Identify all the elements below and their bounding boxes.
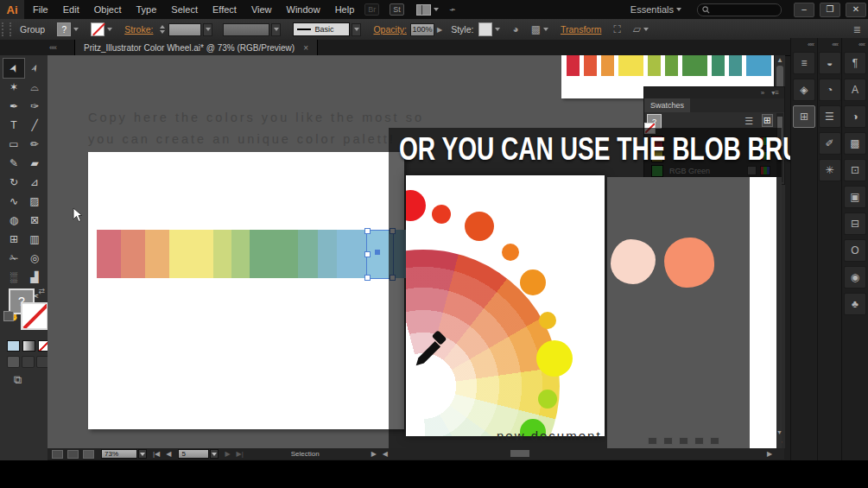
color-button[interactable]	[7, 340, 20, 352]
menu-help[interactable]: Help	[335, 4, 355, 15]
draw-normal-button[interactable]	[7, 356, 20, 368]
zoom-level-field[interactable]: 73%	[101, 449, 137, 459]
chevron-down-icon[interactable]	[271, 23, 281, 36]
mesh-tool[interactable]: ⊞	[3, 230, 24, 249]
opacity-slider-arrow[interactable]: ▶	[437, 26, 442, 34]
stroke-swatch-none[interactable]	[91, 22, 105, 36]
fill-swatch[interactable]: ?	[57, 22, 71, 36]
chevron-down-icon[interactable]	[203, 23, 212, 36]
panel-grip[interactable]	[2, 22, 11, 36]
search-input[interactable]	[697, 3, 782, 16]
select-similar-icon[interactable]: ▩	[531, 23, 541, 35]
status-icon[interactable]	[67, 450, 79, 459]
chevron-down-icon[interactable]	[543, 28, 548, 31]
brush-definition-field[interactable]: Basic	[293, 22, 350, 36]
eyedropper-tool[interactable]: ✁	[3, 249, 24, 268]
style-swatch[interactable]	[478, 22, 492, 36]
swatches-tab[interactable]: Swatches	[644, 98, 690, 112]
palette-swatch[interactable]	[746, 55, 771, 76]
variable-width-profile-field[interactable]	[223, 23, 269, 36]
strip-segment[interactable]	[318, 230, 337, 278]
paintbrush-tool[interactable]: ✏	[24, 135, 45, 154]
opacity-field[interactable]: 100%	[410, 23, 434, 36]
prev-artboard-icon[interactable]: ◀	[166, 450, 171, 458]
stroke-link[interactable]: Stroke:	[124, 24, 153, 35]
menu-object[interactable]: Object	[94, 4, 122, 15]
list-view-icon[interactable]: ☰	[744, 116, 753, 127]
stock-button[interactable]: St	[390, 3, 404, 16]
selection-handle[interactable]	[364, 251, 371, 257]
strip-segment[interactable]	[231, 230, 250, 278]
brush-pen-tool[interactable]: ✑	[24, 97, 45, 116]
palette-swatch[interactable]	[618, 55, 643, 76]
scale-tool[interactable]: ⊿	[24, 173, 45, 192]
arrange-panel-button[interactable]: ⊟	[844, 212, 866, 235]
palette-swatch[interactable]	[729, 55, 742, 76]
perspective-grid-tool[interactable]: ⊠	[24, 211, 45, 230]
last-artboard-icon[interactable]: ▶|	[237, 450, 244, 458]
line-segment-tool[interactable]: ╱	[24, 116, 45, 135]
export-icon[interactable]	[83, 450, 94, 459]
strip-segment[interactable]	[213, 230, 231, 278]
stroke-weight-stepper[interactable]	[160, 25, 165, 34]
magic-wand-tool[interactable]: ✶	[3, 78, 24, 97]
transform-panel-button[interactable]: ▣	[844, 186, 866, 208]
align-panel-button[interactable]: ≡	[793, 52, 815, 74]
menu-type[interactable]: Type	[136, 4, 157, 15]
appearance-panel-button[interactable]: ◑	[844, 105, 866, 128]
first-artboard-icon[interactable]: |◀	[153, 450, 160, 458]
gradient-button[interactable]	[22, 340, 35, 352]
strip-segment[interactable]	[250, 230, 298, 278]
close-button[interactable]: ✕	[846, 3, 866, 17]
bounding-box-icon[interactable]: ⛶	[613, 23, 620, 35]
opacity-link[interactable]: Opacity:	[373, 24, 407, 35]
restore-button[interactable]: ❐	[820, 3, 840, 17]
direct-selection-tool[interactable]: ➢	[24, 59, 45, 78]
strip-segment[interactable]	[145, 230, 169, 278]
selection-handle[interactable]	[364, 275, 371, 281]
palette-swatch[interactable]	[648, 55, 661, 76]
palette-swatch[interactable]	[584, 55, 597, 76]
document-tab[interactable]: Pritz_Illustrator Color Wheel.ai* @ 73% …	[74, 40, 318, 55]
symbol-sprayer-tool[interactable]: ░	[3, 268, 24, 287]
scroll-right-icon[interactable]: ▶	[767, 450, 772, 458]
bridge-button[interactable]: Br	[364, 3, 379, 16]
color-strip[interactable]	[97, 230, 406, 278]
gradient-tool[interactable]: ▥	[24, 230, 45, 249]
palette-swatch[interactable]	[601, 55, 614, 76]
swatches-panel-button[interactable]: ⊞	[793, 105, 815, 128]
menu-file[interactable]: File	[33, 4, 48, 15]
control-panel-menu-icon[interactable]: ≣	[853, 24, 861, 35]
blend-tool[interactable]: ◎	[24, 249, 45, 268]
grid-view-icon[interactable]: ⊞	[763, 115, 772, 126]
cs-live-icon[interactable]: ⌁	[447, 3, 457, 16]
pathfinder-panel-button[interactable]: ⊡	[844, 159, 866, 181]
chevron-down-icon[interactable]	[138, 449, 147, 459]
palette-swatch[interactable]	[665, 55, 678, 76]
stroke-weight-field[interactable]	[168, 23, 201, 36]
menu-effect[interactable]: Effect	[212, 4, 237, 15]
eraser-tool[interactable]: ▰	[24, 154, 45, 173]
brushes-panel-button[interactable]: ✐	[819, 132, 841, 155]
app-logo[interactable]: Ai	[0, 0, 24, 19]
color-panel-button[interactable]: ◒	[819, 52, 841, 74]
chevron-down-icon[interactable]	[210, 449, 219, 459]
artboard-number-field[interactable]: 5	[178, 449, 209, 459]
close-tab-icon[interactable]: ×	[303, 43, 308, 53]
symbols-panel-button[interactable]: ✳	[819, 159, 841, 181]
recolor-artwork-icon[interactable]: ◕	[512, 23, 518, 35]
status-icon[interactable]	[52, 450, 63, 459]
rotate-tool[interactable]: ↻	[3, 173, 24, 192]
lasso-tool[interactable]: ⌓	[24, 78, 45, 97]
width-tool[interactable]: ∿	[3, 192, 24, 211]
type-tool[interactable]: T	[3, 116, 24, 135]
menu-select[interactable]: Select	[171, 4, 198, 15]
menu-view[interactable]: View	[251, 4, 272, 15]
shear-icon[interactable]: ▱	[633, 23, 641, 35]
palette-swatch[interactable]	[712, 55, 725, 76]
pencil-tool[interactable]: ✎	[3, 154, 24, 173]
color-guide-panel-button[interactable]: ◔	[819, 79, 841, 101]
column-graph-tool[interactable]: ▟	[24, 268, 45, 287]
palette-swatch[interactable]	[567, 55, 580, 76]
pen-tool[interactable]: ✒	[3, 97, 24, 116]
